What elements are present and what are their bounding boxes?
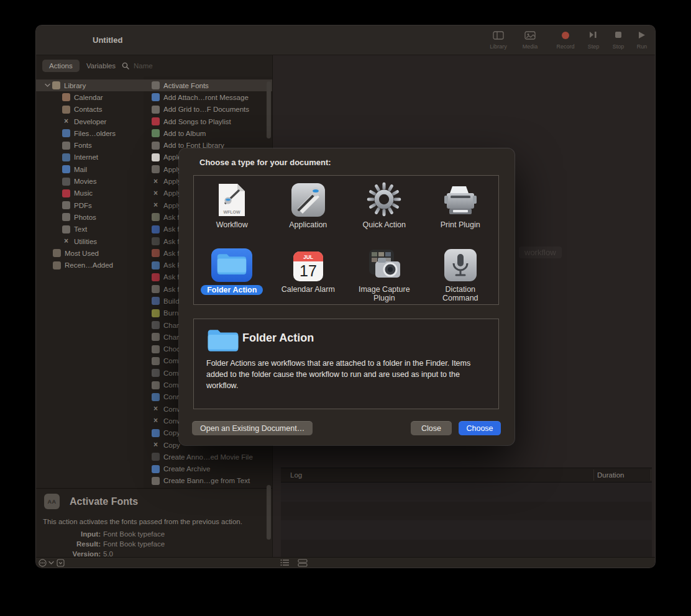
duration-column-header[interactable]: Duration xyxy=(597,468,624,482)
log-column-header[interactable]: Log xyxy=(290,468,302,482)
choose-icon xyxy=(152,345,160,353)
action-item-label: Ask f xyxy=(163,238,180,245)
close-window-button[interactable] xyxy=(52,37,60,45)
sidebar-item-photos[interactable]: Photos xyxy=(36,211,144,223)
workflow-document-icon: WFLOW xyxy=(217,180,246,217)
doc-type-print-plugin[interactable]: Print Plugin xyxy=(423,176,499,240)
sidebar-item-contacts[interactable]: Contacts xyxy=(36,104,144,116)
utilities-icon: × xyxy=(152,201,160,209)
action-item-label: Conn xyxy=(163,393,181,401)
tab-variables[interactable]: Variables xyxy=(80,60,122,72)
pdf-grid-icon xyxy=(152,106,160,114)
tab-actions[interactable]: Actions xyxy=(42,60,80,72)
library-folder-icon xyxy=(52,81,60,89)
action-item-label: Conv xyxy=(163,405,180,413)
mail-icon xyxy=(62,165,70,173)
statusbar xyxy=(36,557,655,568)
doc-type-workflow[interactable]: WFLOW Workflow xyxy=(194,176,270,240)
smart-folder-icon xyxy=(53,261,61,270)
panel-collapse-icon[interactable] xyxy=(57,559,65,567)
utilities-icon: × xyxy=(62,237,70,245)
sidebar-item-label: Utilities xyxy=(74,238,97,245)
action-item-label: Activate Fonts xyxy=(163,82,209,89)
action-item-add-grid-to-f-documents[interactable]: Add Grid to…F Documents xyxy=(144,104,272,116)
sidebar-item-label: Fonts xyxy=(74,142,92,149)
fonts-icon xyxy=(62,142,70,150)
toolbar-media-button[interactable]: Media xyxy=(514,31,546,50)
music-icon xyxy=(152,117,160,125)
doc-type-image-capture-plugin[interactable]: Image Capture Plugin xyxy=(346,240,423,305)
sidebar-item-files-olders[interactable]: Files…olders xyxy=(36,127,144,139)
sidebar-item-developer[interactable]: ×Developer xyxy=(36,116,144,127)
toolbar-button-label: Media xyxy=(514,43,546,50)
sidebar-item-library[interactable]: Library xyxy=(36,79,144,91)
sidebar-item-calendar[interactable]: Calendar xyxy=(36,91,144,103)
titlebar: Untitled LibraryMediaRecordStepStopRun xyxy=(36,25,655,55)
column-divider[interactable] xyxy=(593,469,594,481)
action-item-label: Add Songs to Playlist xyxy=(163,118,231,125)
build-icon xyxy=(152,297,160,305)
doc-type-calendar-alarm[interactable]: JUL 17 Calendar Alarm xyxy=(270,240,347,305)
close-button[interactable]: Close xyxy=(411,421,452,435)
list-view-icon[interactable] xyxy=(280,559,290,566)
archive-icon xyxy=(152,465,160,473)
sidebar-item-movies[interactable]: Movies xyxy=(36,175,144,187)
chevron-down-icon[interactable] xyxy=(42,83,52,88)
actions-list-scrollbar[interactable] xyxy=(267,81,271,138)
photos-icon xyxy=(62,213,70,221)
action-item-activate-fonts[interactable]: Activate Fonts xyxy=(144,79,272,91)
sidebar-item-most-used[interactable]: Most Used xyxy=(36,247,144,259)
field-value: Font Book typeface xyxy=(103,539,165,549)
servers-icon xyxy=(152,393,160,401)
doc-type-application[interactable]: Application xyxy=(270,176,347,240)
settings-icon xyxy=(152,165,160,173)
search-input[interactable] xyxy=(132,61,250,70)
sidebar-item-fonts[interactable]: Fonts xyxy=(36,139,144,151)
type-description-title: Folder Action xyxy=(242,332,314,345)
toolbar-library-button[interactable]: Library xyxy=(482,31,515,50)
sidebar-item-music[interactable]: Music xyxy=(36,188,144,199)
contacts-icon xyxy=(62,106,70,114)
action-item-add-attach-ront-message[interactable]: Add Attach…ront Message xyxy=(144,91,272,103)
search-field[interactable] xyxy=(122,60,250,72)
action-item-add-to-album[interactable]: Add to Album xyxy=(144,127,272,139)
open-existing-document-button[interactable]: Open an Existing Document… xyxy=(192,421,313,435)
action-item-create-bann-ge-from-text[interactable]: Create Bann…ge from Text xyxy=(144,475,272,487)
action-item-create-archive[interactable]: Create Archive xyxy=(144,463,272,475)
doc-type-label-selected: Folder Action xyxy=(201,285,263,295)
doc-type-folder-action[interactable]: Folder Action xyxy=(194,240,270,305)
sidebar-item-recen-added[interactable]: Recen…Added xyxy=(36,259,144,271)
more-options-icon[interactable] xyxy=(39,559,47,567)
choose-button[interactable]: Choose xyxy=(459,421,501,435)
action-item-add-songs-to-playlist[interactable]: Add Songs to Playlist xyxy=(144,116,272,127)
info-panel-scrollbar[interactable] xyxy=(267,485,271,540)
automator-robot-icon xyxy=(291,180,326,217)
action-item-create-anno-ed-movie-file[interactable]: Create Anno…ed Movie File xyxy=(144,451,272,463)
minimize-window-button[interactable] xyxy=(63,37,71,45)
toolbar-run-button[interactable]: Run xyxy=(626,31,656,50)
sidebar-item-text[interactable]: Text xyxy=(36,224,144,235)
music-icon xyxy=(152,273,160,281)
smart-folder-icon xyxy=(53,249,61,257)
stacked-view-icon[interactable] xyxy=(298,559,308,567)
sidebar-item-pdfs[interactable]: PDFs xyxy=(36,199,144,211)
action-item-label: Ask f xyxy=(163,286,180,293)
case-icon xyxy=(152,333,160,341)
sidebar-item-mail[interactable]: Mail xyxy=(36,163,144,175)
sidebar-item-internet[interactable]: Internet xyxy=(36,152,144,163)
toolbar-button-label: Library xyxy=(482,43,515,50)
sidebar-item-utilities[interactable]: ×Utilities xyxy=(36,235,144,247)
doc-type-dictation-command[interactable]: Dictation Command xyxy=(423,240,499,305)
chevron-down-icon[interactable] xyxy=(48,561,54,565)
finder-icon xyxy=(152,225,160,233)
dialog-title: Choose a type for your document: xyxy=(199,158,331,167)
sidebar-item-label: PDFs xyxy=(74,202,92,209)
action-item-label: Copy xyxy=(163,429,180,437)
zoom-window-button[interactable] xyxy=(74,37,82,45)
movies-icon xyxy=(152,321,160,329)
doc-type-quick-action[interactable]: Quick Action xyxy=(346,176,423,240)
developer-icon: × xyxy=(62,117,70,125)
column-divider[interactable] xyxy=(651,469,651,481)
finder-icon xyxy=(152,429,160,437)
field-label: Result: xyxy=(36,539,101,549)
